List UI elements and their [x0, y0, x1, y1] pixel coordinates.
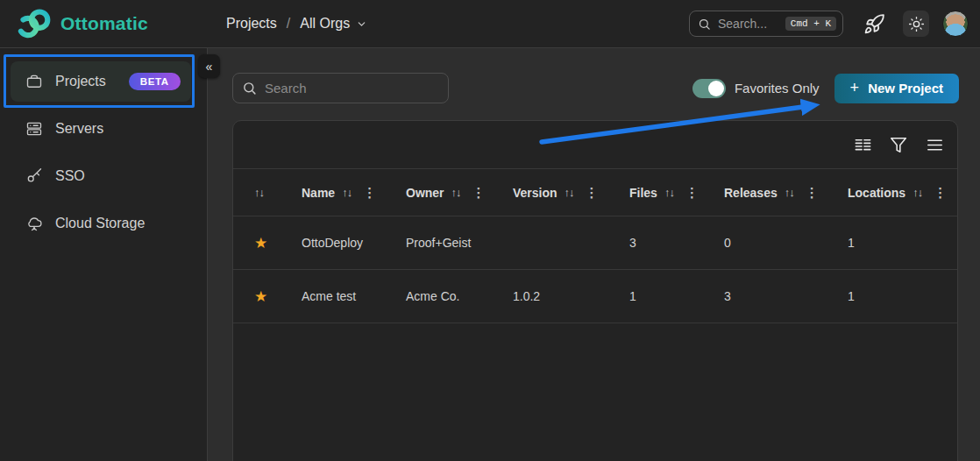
ottomatic-logo-icon: [16, 7, 53, 40]
table-row[interactable]: ★ Acme test Acme Co. 1.0.2 1 3 1: [233, 270, 957, 323]
header-version: Version ↑↓ ⋮: [513, 185, 629, 201]
search-icon: [242, 81, 257, 96]
columns-icon: [853, 135, 873, 155]
main-content: Favorites Only + New Project: [209, 48, 980, 461]
project-search: [232, 73, 449, 103]
sidebar-item-label: Projects: [55, 74, 106, 89]
column-menu-icon[interactable]: ⋮: [934, 185, 947, 201]
rocket-icon: [863, 13, 885, 35]
breadcrumb-separator: /: [287, 16, 290, 32]
chevron-down-icon: [356, 18, 367, 30]
table-row[interactable]: ★ OttoDeploy Proof+Geist 3 0 1: [233, 216, 957, 270]
favorites-only-toggle[interactable]: [692, 79, 726, 98]
toggle-knob: [708, 81, 724, 96]
favorite-star-icon[interactable]: ★: [254, 288, 267, 305]
logo-text: Ottomatic: [60, 13, 148, 34]
whats-new-button[interactable]: [863, 13, 885, 35]
sort-icon[interactable]: ↑↓: [664, 186, 674, 199]
beta-badge: BETA: [129, 73, 181, 90]
header-label: Version: [513, 186, 557, 200]
filter-funnel-icon: [889, 135, 908, 154]
org-selector[interactable]: All Orgs: [300, 16, 367, 32]
global-search-input[interactable]: [718, 17, 785, 31]
app-window: Ottomatic Projects / All Orgs Cmd + K: [0, 0, 980, 461]
table-toolbar: [233, 121, 957, 169]
sidebar-item-projects[interactable]: Projects BETA: [11, 61, 191, 102]
sort-icon[interactable]: ↑↓: [913, 186, 922, 199]
sidebar-item-sso[interactable]: SSO: [11, 156, 191, 196]
sort-icon[interactable]: ↑↓: [342, 186, 352, 199]
header-name: Name ↑↓ ⋮: [302, 185, 406, 201]
new-project-label: New Project: [868, 81, 943, 96]
header-label: Releases: [724, 186, 778, 200]
menu-button[interactable]: [923, 133, 946, 156]
header-label: Locations: [848, 186, 905, 200]
favorite-star-icon[interactable]: ★: [254, 235, 267, 252]
search-shortcut-badge: Cmd + K: [785, 17, 836, 31]
cell-locations: 1: [848, 289, 957, 303]
sort-icon[interactable]: ↑↓: [565, 186, 574, 199]
new-project-button[interactable]: + New Project: [834, 74, 959, 103]
filter-button[interactable]: [887, 133, 910, 156]
cell-version: 1.0.2: [513, 289, 629, 303]
sort-icon[interactable]: ↑↓: [254, 186, 264, 199]
table-header-row: ↑↓ Name ↑↓ ⋮ Owner ↑↓ ⋮ Version ↑↓ ⋮: [233, 169, 957, 216]
theme-toggle-button[interactable]: [903, 11, 929, 37]
global-search[interactable]: Cmd + K: [689, 11, 843, 37]
user-avatar[interactable]: [942, 11, 969, 37]
column-menu-icon[interactable]: ⋮: [363, 185, 376, 201]
search-icon: [698, 18, 711, 31]
column-menu-icon[interactable]: ⋮: [685, 185, 699, 201]
org-selector-label: All Orgs: [300, 16, 350, 32]
header-owner: Owner ↑↓ ⋮: [406, 185, 513, 201]
sidebar-item-label: Servers: [55, 121, 103, 137]
header-locations: Locations ↑↓ ⋮: [848, 185, 957, 201]
breadcrumb: Projects / All Orgs: [226, 16, 367, 32]
project-search-input[interactable]: [232, 73, 449, 103]
cell-locations: 1: [848, 236, 957, 250]
cell-owner: Proof+Geist: [406, 236, 513, 250]
top-bar: Ottomatic Projects / All Orgs Cmd + K: [0, 0, 980, 48]
cell-name: Acme test: [302, 289, 406, 303]
sidebar-collapse-button[interactable]: «: [198, 54, 220, 78]
main-actions: Favorites Only + New Project: [692, 73, 959, 103]
header-label: Owner: [406, 186, 444, 200]
cell-releases: 3: [724, 289, 848, 303]
cell-files: 3: [629, 236, 724, 250]
cell-owner: Acme Co.: [406, 289, 513, 303]
header-files: Files ↑↓ ⋮: [629, 185, 724, 201]
header-label: Files: [629, 186, 657, 200]
sidebar-item-label: SSO: [55, 168, 85, 184]
column-menu-icon[interactable]: ⋮: [586, 185, 599, 201]
briefcase-icon: [25, 73, 43, 90]
sidebar-item-servers[interactable]: Servers: [11, 109, 191, 149]
cloud-icon: [25, 215, 43, 232]
cell-files: 1: [629, 289, 724, 303]
projects-table-card: ↑↓ Name ↑↓ ⋮ Owner ↑↓ ⋮ Version ↑↓ ⋮: [232, 120, 958, 461]
sidebar-item-cloud-storage[interactable]: Cloud Storage: [11, 203, 191, 244]
favorites-only-label: Favorites Only: [735, 81, 820, 96]
plus-icon: +: [850, 79, 860, 97]
sidebar-item-label: Cloud Storage: [55, 216, 145, 231]
app-logo: Ottomatic: [16, 7, 148, 40]
server-icon: [25, 120, 43, 138]
sort-icon[interactable]: ↑↓: [785, 186, 794, 199]
cell-name: OttoDeploy: [302, 236, 406, 250]
column-view-button[interactable]: [851, 133, 874, 156]
topbar-actions: Cmd + K: [689, 11, 969, 37]
sidebar: Projects BETA Servers SSO Cloud: [0, 48, 208, 461]
sort-icon[interactable]: ↑↓: [451, 186, 461, 199]
header-favorite: ↑↓: [233, 186, 302, 199]
hamburger-menu-icon: [925, 135, 945, 155]
header-label: Name: [302, 186, 335, 200]
key-icon: [25, 167, 43, 185]
breadcrumb-section[interactable]: Projects: [226, 16, 277, 32]
column-menu-icon[interactable]: ⋮: [806, 185, 819, 201]
cell-releases: 0: [724, 236, 848, 250]
sun-icon: [908, 16, 925, 32]
column-menu-icon[interactable]: ⋮: [472, 185, 486, 201]
header-releases: Releases ↑↓ ⋮: [724, 185, 848, 201]
